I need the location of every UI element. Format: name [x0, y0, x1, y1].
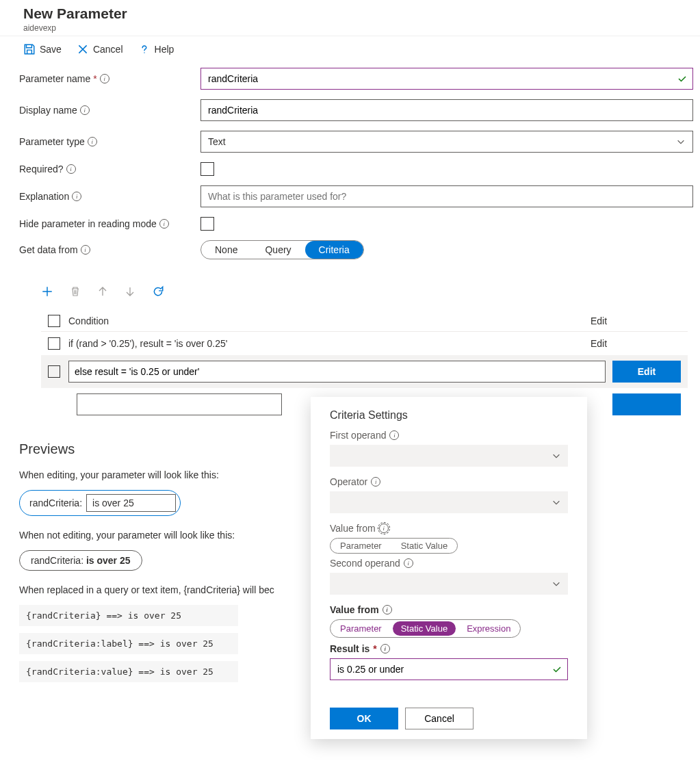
- info-icon[interactable]: i: [380, 644, 390, 654]
- param-type-label: Parameter type i: [19, 136, 200, 147]
- info-icon[interactable]: i: [383, 605, 392, 615]
- value-from-label-1: Value fromi: [330, 523, 568, 534]
- help-label: Help: [155, 44, 174, 55]
- second-operand-select[interactable]: [330, 573, 568, 595]
- cancel-label: Cancel: [93, 44, 123, 55]
- refresh-icon[interactable]: [152, 285, 164, 300]
- display-name-input[interactable]: [200, 99, 693, 121]
- move-up-icon[interactable]: [97, 285, 108, 300]
- new-condition-input[interactable]: [77, 393, 282, 415]
- info-icon[interactable]: i: [100, 74, 109, 83]
- seg-none[interactable]: None: [201, 241, 251, 259]
- delete-icon[interactable]: [70, 285, 81, 300]
- check-icon: [552, 664, 562, 675]
- criteria-header-row: Condition Edit: [41, 311, 688, 332]
- required-asterisk: *: [373, 643, 376, 654]
- code-preview: {randCriteria} ==> is over 25: [19, 605, 238, 626]
- seg-static-value[interactable]: Static Value: [393, 621, 456, 636]
- explanation-label: Explanation i: [19, 191, 200, 202]
- edit-link[interactable]: Edit: [517, 338, 681, 349]
- required-asterisk: *: [93, 73, 96, 84]
- required-label: Required? i: [19, 164, 200, 174]
- info-icon[interactable]: i: [80, 105, 90, 115]
- chevron-down-icon: [552, 579, 561, 589]
- preview-reading: randCriteria: is over 25: [19, 550, 142, 571]
- code-preview: {randCriteria:label} ==> is over 25: [19, 633, 238, 654]
- code-preview: {randCriteria:value} ==> is over 25: [19, 661, 238, 682]
- info-icon[interactable]: i: [81, 245, 90, 255]
- help-icon: [138, 43, 151, 55]
- info-icon[interactable]: i: [389, 430, 399, 440]
- seg-query[interactable]: Query: [251, 241, 304, 259]
- info-icon[interactable]: i: [404, 558, 413, 568]
- operator-select[interactable]: [330, 491, 568, 513]
- result-is-label: Result is*i: [330, 643, 568, 654]
- preview-editing: randCriteria: is over 25: [19, 490, 181, 516]
- hide-param-label: Hide parameter in reading mode i: [19, 218, 200, 229]
- seg-static-value[interactable]: Static Value: [391, 539, 457, 553]
- seg-criteria[interactable]: Criteria: [305, 241, 363, 259]
- close-icon: [77, 43, 89, 55]
- help-button[interactable]: Help: [138, 43, 174, 55]
- criteria-row: Edit: [41, 355, 688, 388]
- row-checkbox[interactable]: [48, 365, 60, 378]
- col-condition: Condition: [68, 315, 517, 326]
- save-icon: [23, 43, 36, 55]
- save-label: Save: [40, 44, 62, 55]
- popover-actions: OK Cancel: [330, 708, 568, 710]
- popover-title: Criteria Settings: [330, 409, 568, 422]
- new-edit-button[interactable]: [612, 393, 681, 415]
- page-header: New Parameter aidevexp: [0, 0, 700, 36]
- info-icon[interactable]: i: [66, 164, 76, 174]
- seg-parameter[interactable]: Parameter: [330, 539, 391, 553]
- info-icon[interactable]: i: [159, 219, 169, 229]
- select-all-checkbox[interactable]: [48, 315, 60, 327]
- ok-button[interactable]: OK: [330, 708, 398, 710]
- chevron-down-icon: [552, 497, 561, 507]
- required-checkbox[interactable]: [200, 162, 214, 176]
- seg-parameter[interactable]: Parameter: [332, 621, 390, 636]
- param-type-select[interactable]: Text: [200, 131, 693, 153]
- criteria-settings-popover: Criteria Settings First operandi Operato…: [311, 397, 587, 710]
- edit-button[interactable]: Edit: [612, 361, 681, 383]
- info-icon[interactable]: i: [379, 523, 389, 533]
- display-name-label: Display name i: [19, 105, 200, 116]
- move-down-icon[interactable]: [125, 285, 135, 300]
- check-icon: [677, 73, 688, 84]
- row-checkbox[interactable]: [48, 337, 60, 350]
- second-operand-label: Second operandi: [330, 558, 568, 569]
- get-data-segment: None Query Criteria: [200, 240, 364, 259]
- first-operand-select[interactable]: [330, 445, 568, 467]
- preview-edit-input[interactable]: is over 25: [86, 494, 176, 512]
- chevron-down-icon: [676, 137, 686, 146]
- condition-input[interactable]: [68, 361, 606, 383]
- condition-text: if (rand > '0.25'), result = 'is over 0.…: [68, 338, 517, 349]
- explanation-input[interactable]: [200, 185, 693, 207]
- get-data-label: Get data from i: [19, 244, 200, 255]
- info-icon[interactable]: i: [88, 137, 97, 146]
- page-title: New Parameter: [23, 5, 700, 22]
- param-name-input[interactable]: [200, 68, 693, 90]
- result-is-input[interactable]: [330, 658, 568, 680]
- cancel-button[interactable]: Cancel: [77, 43, 123, 55]
- save-button[interactable]: Save: [23, 43, 62, 55]
- value-from-label-2: Value fromi: [330, 604, 568, 615]
- form: Parameter name * i Display name i Parame…: [0, 62, 700, 274]
- hide-param-checkbox[interactable]: [200, 217, 214, 231]
- breadcrumb: aidevexp: [23, 23, 700, 33]
- col-edit: Edit: [517, 315, 681, 326]
- criteria-toolbar: [41, 280, 688, 311]
- value-from-segment-1: Parameter Static Value: [330, 538, 458, 554]
- info-icon[interactable]: i: [371, 477, 380, 487]
- value-from-segment-2: Parameter Static Value Expression: [330, 619, 521, 638]
- add-icon[interactable]: [41, 285, 53, 300]
- chevron-down-icon: [552, 451, 561, 461]
- cancel-button[interactable]: Cancel: [405, 708, 474, 710]
- first-operand-label: First operandi: [330, 430, 568, 441]
- info-icon[interactable]: i: [72, 192, 81, 201]
- command-bar: Save Cancel Help: [0, 36, 700, 62]
- seg-expression[interactable]: Expression: [458, 621, 519, 636]
- criteria-row: if (rand > '0.25'), result = 'is over 0.…: [41, 332, 688, 355]
- operator-label: Operatori: [330, 476, 568, 487]
- param-name-label: Parameter name * i: [19, 73, 200, 84]
